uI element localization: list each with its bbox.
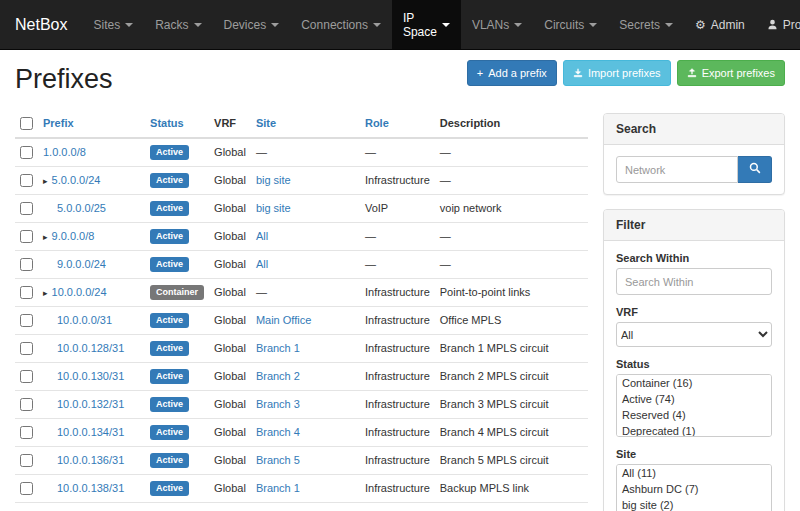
site-link[interactable]: Branch 1 — [256, 482, 300, 494]
column-sort-prefix[interactable]: Prefix — [43, 117, 74, 129]
prefix-link[interactable]: 10.0.0.138/31 — [57, 482, 124, 494]
select-option[interactable]: big site (2) — [617, 497, 771, 511]
action-buttons: +Add a prefixImport prefixesExport prefi… — [467, 60, 785, 86]
status-badge: Active — [150, 173, 189, 188]
search-within-input[interactable] — [616, 268, 772, 295]
search-button[interactable] — [738, 156, 772, 183]
prefix-indent: 10.0.0.136/31 — [43, 454, 124, 466]
vrf-cell: Global — [209, 446, 251, 474]
row-checkbox[interactable] — [20, 426, 33, 439]
site-cell: — — [251, 138, 360, 167]
status-cell: Active — [145, 334, 209, 362]
table-row: 10.0.0.0/31ActiveGlobalMain OfficeInfras… — [15, 306, 588, 334]
nav-item-admin[interactable]: ⚙Admin — [684, 0, 756, 49]
column-label: VRF — [214, 117, 236, 129]
nav-item-connections[interactable]: Connections — [290, 0, 392, 49]
select-option[interactable]: Deprecated (1) — [617, 423, 771, 437]
row-checkbox[interactable] — [20, 398, 33, 411]
description-cell: — — [435, 250, 588, 278]
column-header-role: Role — [360, 109, 435, 138]
column-sort-status[interactable]: Status — [150, 117, 184, 129]
prefix-link[interactable]: 1.0.0.0/8 — [43, 146, 86, 158]
brand-logo[interactable]: NetBox — [0, 0, 82, 49]
row-checkbox[interactable] — [20, 370, 33, 383]
add-a-prefix-button[interactable]: +Add a prefix — [467, 60, 557, 86]
prefix-link[interactable]: 10.0.0.0/24 — [52, 286, 107, 298]
row-checkbox[interactable] — [20, 146, 33, 159]
site-cell: Branch 4 — [251, 418, 360, 446]
prefix-indent: ▸9.0.0.0/8 — [43, 230, 94, 242]
site-link[interactable]: All — [256, 230, 268, 242]
site-link[interactable]: All — [256, 258, 268, 270]
select-option[interactable]: All (11) — [617, 465, 771, 481]
select-option[interactable]: Ashburn DC (7) — [617, 481, 771, 497]
prefix-link[interactable]: 10.0.0.130/31 — [57, 370, 124, 382]
row-checkbox[interactable] — [20, 314, 33, 327]
description-cell: — — [435, 222, 588, 250]
prefix-link[interactable]: 10.0.0.132/31 — [57, 398, 124, 410]
row-select-cell — [15, 138, 38, 167]
row-checkbox[interactable] — [20, 174, 33, 187]
nav-item-racks[interactable]: Racks — [144, 0, 212, 49]
site-link[interactable]: big site — [256, 174, 291, 186]
nav-item-profile[interactable]: Profile — [756, 0, 800, 49]
status-cell: Active — [145, 166, 209, 194]
site-link[interactable]: Branch 1 — [256, 342, 300, 354]
prefix-cell: 10.0.0.136/31 — [38, 446, 145, 474]
status-badge: Active — [150, 313, 189, 328]
status-badge: Active — [150, 453, 189, 468]
site-link[interactable]: big site — [256, 202, 291, 214]
status-cell: Active — [145, 306, 209, 334]
export-prefixes-button[interactable]: Export prefixes — [677, 60, 785, 86]
row-checkbox[interactable] — [20, 202, 33, 215]
role-cell: — — [360, 222, 435, 250]
column-sort-role[interactable]: Role — [365, 117, 389, 129]
select-option[interactable]: Container (16) — [617, 375, 771, 391]
nav-item-circuits[interactable]: Circuits — [533, 0, 608, 49]
row-checkbox[interactable] — [20, 258, 33, 271]
import-icon — [573, 68, 583, 78]
site-link[interactable]: Branch 3 — [256, 398, 300, 410]
site-link[interactable]: Branch 4 — [256, 426, 300, 438]
nav-item-ip-space[interactable]: IP Space — [392, 0, 461, 49]
row-checkbox[interactable] — [20, 342, 33, 355]
prefix-link[interactable]: 5.0.0.0/24 — [52, 174, 101, 186]
site-link[interactable]: Branch 2 — [256, 370, 300, 382]
nav-item-devices[interactable]: Devices — [213, 0, 291, 49]
vrf-select[interactable]: All — [616, 322, 772, 347]
select-option[interactable]: Active (74) — [617, 391, 771, 407]
site-cell: All — [251, 222, 360, 250]
nav-item-label: Sites — [93, 18, 120, 32]
nav-item-vlans[interactable]: VLANs — [461, 0, 533, 49]
site-link[interactable]: Branch 5 — [256, 454, 300, 466]
status-cell: Active — [145, 418, 209, 446]
select-option[interactable]: Reserved (4) — [617, 407, 771, 423]
select-all-checkbox[interactable] — [20, 117, 33, 130]
prefix-link[interactable]: 9.0.0.0/24 — [57, 258, 106, 270]
row-checkbox[interactable] — [20, 482, 33, 495]
site-label: Site — [616, 448, 772, 460]
button-label: Export prefixes — [702, 66, 775, 80]
status-badge: Active — [150, 145, 189, 160]
nav-item-sites[interactable]: Sites — [82, 0, 144, 49]
status-badge: Active — [150, 341, 189, 356]
import-prefixes-button[interactable]: Import prefixes — [563, 60, 671, 86]
status-select[interactable]: Container (16)Active (74)Reserved (4)Dep… — [616, 374, 772, 437]
search-input[interactable] — [616, 156, 738, 183]
nav-item-secrets[interactable]: Secrets — [608, 0, 684, 49]
search-icon — [749, 162, 761, 177]
nav-item-label: Circuits — [544, 18, 584, 32]
row-checkbox[interactable] — [20, 286, 33, 299]
prefix-link[interactable]: 5.0.0.0/25 — [57, 202, 106, 214]
prefix-link[interactable]: 10.0.0.128/31 — [57, 342, 124, 354]
prefix-link[interactable]: 10.0.0.0/31 — [57, 314, 112, 326]
vrf-cell: Global — [209, 362, 251, 390]
prefix-link[interactable]: 10.0.0.136/31 — [57, 454, 124, 466]
site-link[interactable]: Main Office — [256, 314, 311, 326]
prefix-link[interactable]: 9.0.0.0/8 — [52, 230, 95, 242]
row-checkbox[interactable] — [20, 230, 33, 243]
site-select[interactable]: All (11)Ashburn DC (7)big site (2)Branch… — [616, 464, 772, 511]
column-sort-site[interactable]: Site — [256, 117, 276, 129]
prefix-link[interactable]: 10.0.0.134/31 — [57, 426, 124, 438]
row-checkbox[interactable] — [20, 454, 33, 467]
